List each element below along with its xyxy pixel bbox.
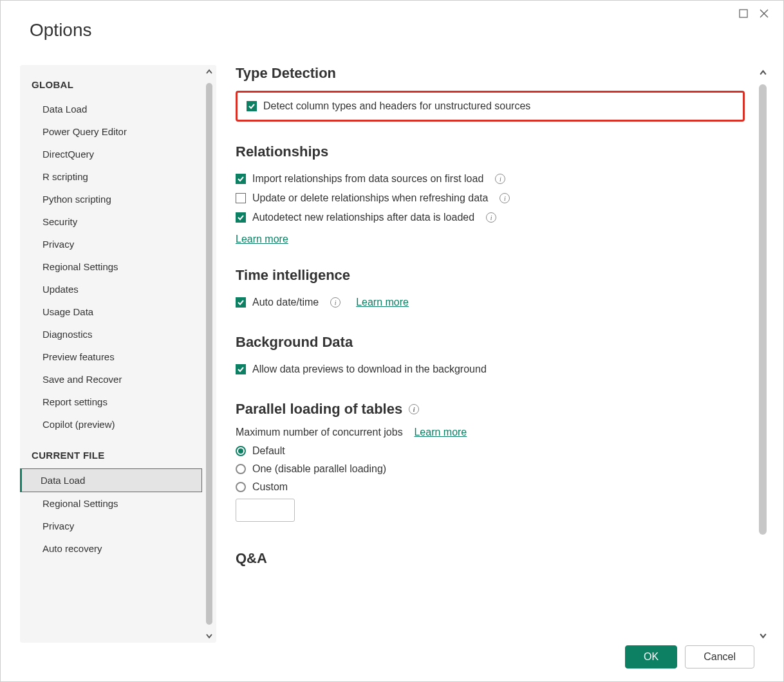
label-detect-column-types: Detect column types and headers for unst… (263, 100, 530, 112)
label-update-relationships: Update or delete relationships when refr… (252, 192, 488, 204)
sidebar-item-global-data-load[interactable]: Data Load (20, 98, 202, 120)
label-radio-custom: Custom (252, 481, 288, 493)
sidebar-item-r-scripting[interactable]: R scripting (20, 165, 202, 188)
radio-default[interactable] (236, 446, 246, 456)
label-auto-date-time: Auto date/time (252, 297, 319, 308)
sidebar-item-diagnostics[interactable]: Diagnostics (20, 323, 202, 346)
sidebar-item-preview-features[interactable]: Preview features (20, 346, 202, 368)
checkbox-autodetect-relationships[interactable] (236, 212, 246, 223)
sidebar-scrollbar[interactable] (202, 65, 216, 643)
sidebar-item-auto-recovery[interactable]: Auto recovery (20, 537, 202, 560)
label-radio-one: One (disable parallel loading) (252, 463, 386, 475)
sidebar-item-save-and-recover[interactable]: Save and Recover (20, 368, 202, 391)
sidebar-item-privacy-file[interactable]: Privacy (20, 515, 202, 537)
scroll-up-icon[interactable] (755, 65, 770, 80)
main-scroll[interactable]: Type Detection Detect column types and h… (236, 65, 751, 643)
main-scrollbar[interactable] (755, 65, 770, 643)
row-update-relationships: Update or delete relationships when refr… (236, 189, 745, 208)
group-time-intelligence: Time intelligence Auto date/time i Learn… (236, 267, 745, 312)
group-title-parallel-loading: Parallel loading of tables i (236, 401, 745, 418)
sidebar-item-report-settings[interactable]: Report settings (20, 391, 202, 413)
checkbox-detect-column-types[interactable] (247, 101, 257, 111)
close-button[interactable] (758, 7, 770, 20)
group-title-relationships: Relationships (236, 143, 745, 160)
group-type-detection: Type Detection Detect column types and h… (236, 65, 745, 122)
group-parallel-loading: Parallel loading of tables i Maximum num… (236, 401, 745, 528)
label-max-concurrent-jobs: Maximum number of concurrent jobs (236, 427, 403, 438)
content-area: GLOBAL Data Load Power Query Editor Dire… (20, 65, 770, 643)
link-learn-more-time-intelligence[interactable]: Learn more (356, 297, 409, 308)
row-auto-date-time: Auto date/time i Learn more (236, 293, 745, 312)
sidebar-item-security[interactable]: Security (20, 210, 202, 233)
ok-button[interactable]: OK (625, 645, 677, 668)
close-icon (759, 8, 769, 19)
svg-rect-0 (740, 10, 747, 17)
sidebar-item-regional-settings-file[interactable]: Regional Settings (20, 492, 202, 515)
radio-row-one: One (disable parallel loading) (236, 460, 745, 478)
radio-custom[interactable] (236, 482, 246, 492)
titlebar (724, 1, 783, 26)
row-autodetect-relationships: Autodetect new relationships after data … (236, 208, 745, 227)
group-title-type-detection: Type Detection (236, 65, 745, 82)
highlight-box-type-detection: Detect column types and headers for unst… (236, 91, 745, 122)
info-icon[interactable]: i (486, 212, 496, 223)
sidebar-header-global: GLOBAL (20, 65, 202, 98)
main-scrollbar-thumb[interactable] (759, 84, 767, 535)
scroll-up-icon[interactable] (202, 65, 216, 79)
info-icon[interactable]: i (495, 174, 505, 184)
info-icon[interactable]: i (330, 297, 341, 308)
checkbox-import-relationships[interactable] (236, 174, 246, 184)
dialog-title: Options (30, 20, 92, 41)
group-title-qa: Q&A (236, 550, 745, 567)
sidebar-header-current-file: CURRENT FILE (20, 436, 202, 468)
info-icon[interactable]: i (409, 404, 419, 414)
info-icon[interactable]: i (499, 193, 510, 203)
sidebar-item-python-scripting[interactable]: Python scripting (20, 188, 202, 210)
checkbox-auto-date-time[interactable] (236, 297, 246, 308)
label-import-relationships: Import relationships from data sources o… (252, 173, 483, 185)
row-background-data-previews: Allow data previews to download in the b… (236, 360, 745, 379)
checkbox-update-relationships[interactable] (236, 193, 246, 203)
cancel-button[interactable]: Cancel (685, 645, 754, 668)
label-autodetect-relationships: Autodetect new relationships after data … (252, 212, 474, 223)
group-background-data: Background Data Allow data previews to d… (236, 334, 745, 379)
radio-row-default: Default (236, 442, 745, 460)
maximize-button[interactable] (737, 7, 750, 20)
sidebar-scroll[interactable]: GLOBAL Data Load Power Query Editor Dire… (20, 65, 202, 643)
main-panel: Type Detection Detect column types and h… (236, 65, 770, 643)
sidebar-item-usage-data[interactable]: Usage Data (20, 300, 202, 323)
group-title-time-intelligence: Time intelligence (236, 267, 745, 284)
checkbox-background-data-previews[interactable] (236, 364, 246, 374)
radio-one[interactable] (236, 464, 246, 474)
sidebar-item-privacy-global[interactable]: Privacy (20, 233, 202, 255)
sidebar-item-copilot-preview[interactable]: Copilot (preview) (20, 413, 202, 436)
label-radio-default: Default (252, 445, 285, 457)
group-title-parallel-text: Parallel loading of tables (236, 401, 402, 418)
footer: OK Cancel (625, 645, 754, 668)
group-relationships: Relationships Import relationships from … (236, 143, 745, 245)
input-custom-jobs[interactable] (236, 499, 295, 522)
sidebar-item-updates[interactable]: Updates (20, 278, 202, 300)
link-learn-more-relationships[interactable]: Learn more (236, 234, 288, 245)
sidebar-item-power-query-editor[interactable]: Power Query Editor (20, 120, 202, 143)
link-learn-more-parallel[interactable]: Learn more (414, 427, 467, 438)
sidebar-scrollbar-thumb[interactable] (206, 83, 212, 625)
group-title-background-data: Background Data (236, 334, 745, 351)
sidebar-item-directquery[interactable]: DirectQuery (20, 143, 202, 165)
label-background-data-previews: Allow data previews to download in the b… (252, 364, 487, 375)
scroll-down-icon[interactable] (755, 627, 770, 643)
sidebar: GLOBAL Data Load Power Query Editor Dire… (20, 65, 216, 643)
maximize-icon (739, 9, 748, 18)
scroll-down-icon[interactable] (202, 629, 216, 643)
sidebar-item-regional-settings-global[interactable]: Regional Settings (20, 255, 202, 278)
row-import-relationships: Import relationships from data sources o… (236, 169, 745, 189)
sidebar-item-current-data-load[interactable]: Data Load (20, 468, 202, 492)
concurrent-jobs-row: Maximum number of concurrent jobs Learn … (236, 427, 745, 438)
radio-row-custom: Custom (236, 478, 745, 496)
